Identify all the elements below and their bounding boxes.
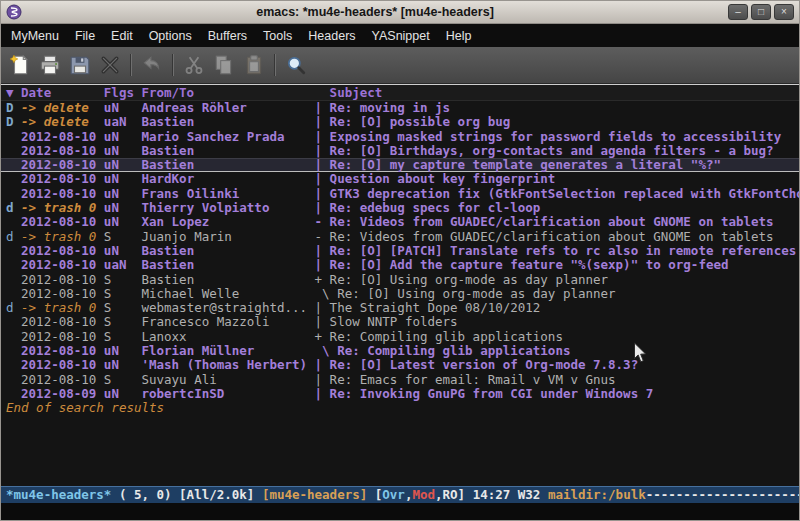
menu-item-edit[interactable]: Edit [103, 27, 141, 45]
message-row[interactable]: 2012-08-10 S Michael Welle \ Re: [O] Usi… [1, 287, 799, 301]
paste-button[interactable] [239, 50, 269, 80]
mark-indicator [6, 330, 21, 344]
message-row[interactable]: 2012-08-10 S Lanoxx + Re: Compiling glib… [1, 330, 799, 344]
undo-button[interactable] [137, 50, 167, 80]
mark-indicator [6, 358, 21, 372]
mark-indicator [6, 344, 21, 358]
message-row[interactable]: 2012-08-10 S Suvayu Ali | Re: Emacs for … [1, 373, 799, 387]
message-summary: uN Xan Lopez - Re: Videos from GUADEC/cl… [96, 215, 773, 229]
date-field: 2012-08-10 [21, 144, 96, 158]
maximize-button[interactable]: □ [751, 4, 771, 20]
message-summary: uN Bastien | Re: [O] my capture template… [96, 158, 721, 172]
message-summary: uN Andreas Röhler | Re: moving in js [96, 101, 450, 115]
cut-button[interactable] [179, 50, 209, 80]
emacs-window: emacs: *mu4e-headers* [mu4e-headers] – □… [0, 0, 800, 521]
date-field: 2012-08-10 [21, 130, 96, 144]
mode-line: *mu4e-headers* ( 5, 0) [All/2.0k] [mu4e-… [1, 486, 799, 503]
date-field: 2012-08-10 [21, 215, 96, 229]
message-row[interactable]: 2012-08-10 S Francesco Mazzoli | Slow NN… [1, 315, 799, 329]
window-title: emacs: *mu4e-headers* [mu4e-headers] [26, 5, 724, 19]
menu-item-options[interactable]: Options [141, 27, 200, 45]
mode-line-segment: [ [367, 487, 382, 502]
mode-line-segment: ----------------------------------------… [646, 487, 799, 502]
date-field: 2012-08-10 [21, 158, 96, 172]
message-row[interactable]: 2012-08-10 uN Bastien | Re: [O] Birthday… [1, 144, 799, 158]
menu-item-yasnippet[interactable]: YASnippet [364, 27, 438, 45]
search-button[interactable] [281, 50, 311, 80]
message-summary: uaN Bastien | Re: [O] Add the capture fe… [96, 258, 728, 272]
message-row[interactable]: 2012-08-09 uN robertcInSD | Re: Invoking… [1, 387, 799, 401]
mark-indicator [6, 215, 21, 229]
message-summary: uN Frans Oilinki | GTK3 deprecation fix … [96, 187, 799, 201]
menu-bar: MyMenuFileEditOptionsBuffersToolsHeaders… [1, 24, 799, 47]
mark-indicator: d [6, 201, 21, 215]
message-row[interactable]: 2012-08-10 S Bastien + Re: [O] Using org… [1, 273, 799, 287]
message-summary: S Francesco Mazzoli | Slow NNTP folders [96, 315, 457, 329]
toolbar [1, 47, 799, 84]
mode-line-segment: maildir:/bulk [548, 487, 646, 502]
message-row[interactable]: 2012-08-10 uN Xan Lopez - Re: Videos fro… [1, 215, 799, 229]
message-summary: uN Florian Müllner \ Re: Compiling glib … [96, 344, 570, 358]
mode-line-segment: ( 5, 0) [All/2.0k] [111, 487, 262, 502]
mark-action-label: -> delete [21, 101, 96, 115]
message-summary: uN HardKor | Question about key fingerpr… [96, 172, 555, 186]
new-file-button[interactable] [5, 50, 35, 80]
mark-action-label: -> trash 0 [21, 301, 96, 315]
mark-indicator [6, 258, 21, 272]
date-field: 2012-08-10 [21, 344, 96, 358]
menu-item-buffers[interactable]: Buffers [200, 27, 255, 45]
menu-item-help[interactable]: Help [438, 27, 480, 45]
mode-line-segment: ,RO] [435, 487, 473, 502]
message-row[interactable]: 2012-08-10 uN Bastien | Re: [O] my captu… [1, 158, 799, 172]
message-row[interactable]: 2012-08-10 uN 'Mash (Thomas Herbert) | R… [1, 358, 799, 372]
echo-area[interactable] [1, 503, 799, 520]
message-summary: uN robertcInSD | Re: Invoking GnuPG from… [96, 387, 653, 401]
message-row[interactable]: 2012-08-10 uN Frans Oilinki | GTK3 depre… [1, 187, 799, 201]
message-summary: S Suvayu Ali | Re: Emacs for email: Rmai… [96, 373, 615, 387]
save-button[interactable] [65, 50, 95, 80]
date-field: 2012-08-10 [21, 373, 96, 387]
mark-action-label: -> trash 0 [21, 230, 96, 244]
message-row[interactable]: D -> delete uN Andreas Röhler | Re: movi… [1, 101, 799, 115]
menu-item-headers[interactable]: Headers [300, 27, 363, 45]
message-row[interactable]: d -> trash 0 S Juanjo Marin - Re: Videos… [1, 230, 799, 244]
close-button[interactable]: × [774, 4, 794, 20]
menu-item-tools[interactable]: Tools [255, 27, 300, 45]
message-summary: S Lanoxx + Re: Compiling glib applicatio… [96, 330, 563, 344]
close-buffer-button[interactable] [95, 50, 125, 80]
mark-indicator [6, 387, 21, 401]
message-row[interactable]: d -> trash 0 S webmaster@straightd... | … [1, 301, 799, 315]
mark-indicator: D [6, 115, 21, 129]
mark-indicator [6, 315, 21, 329]
message-row[interactable]: 2012-08-10 uN Florian Müllner \ Re: Comp… [1, 344, 799, 358]
message-row[interactable]: 2012-08-10 uaN Bastien | Re: [O] Add the… [1, 258, 799, 272]
date-field: 2012-08-10 [21, 258, 96, 272]
toolbar-separator [274, 54, 276, 76]
window-controls: – □ × [728, 4, 794, 20]
date-field: 2012-08-10 [21, 315, 96, 329]
message-summary: S Bastien + Re: [O] Using org-mode as da… [96, 273, 608, 287]
mode-line-segment: *mu4e-headers* [6, 487, 111, 502]
minimize-button[interactable]: – [728, 4, 748, 20]
message-summary: uN 'Mash (Thomas Herbert) | Re: [O] Late… [96, 358, 638, 372]
mark-indicator [6, 187, 21, 201]
date-field: 2012-08-10 [21, 172, 96, 186]
mark-indicator [6, 130, 21, 144]
header-line: ▼ Date Flgs From/To Subject [1, 85, 799, 101]
mark-action-label: -> delete [21, 115, 96, 129]
date-field: 2012-08-10 [21, 287, 96, 301]
message-row[interactable]: D -> delete uaN Bastien | Re: [O] possib… [1, 115, 799, 129]
copy-button[interactable] [209, 50, 239, 80]
mode-line-segment: 14:27 W32 [473, 487, 548, 502]
message-row[interactable]: 2012-08-10 uN HardKor | Question about k… [1, 172, 799, 186]
menu-item-mymenu[interactable]: MyMenu [3, 27, 67, 45]
message-summary: uN Mario Sanchez Prada | Exposing masked… [96, 130, 781, 144]
message-row[interactable]: d -> trash 0 uN Thierry Volpiatto | Re: … [1, 201, 799, 215]
message-row[interactable]: 2012-08-10 uN Mario Sanchez Prada | Expo… [1, 130, 799, 144]
print-button[interactable] [35, 50, 65, 80]
message-row[interactable]: 2012-08-10 uN Bastien | Re: [O] [PATCH] … [1, 244, 799, 258]
menu-item-file[interactable]: File [67, 27, 103, 45]
mark-indicator [6, 172, 21, 186]
mark-indicator: d [6, 230, 21, 244]
message-summary: uN Bastien | Re: [O] Birthdays, org-cont… [96, 144, 773, 158]
